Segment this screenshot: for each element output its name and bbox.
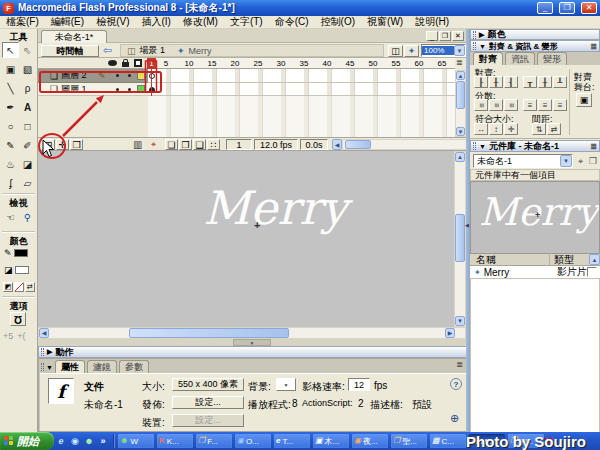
expand-arrow-icon[interactable]: ▶ — [47, 348, 52, 356]
taskbar-button[interactable]: ▦C... — [430, 434, 466, 448]
menu-file[interactable]: 檔案(F) — [0, 15, 45, 29]
library-document-select[interactable]: 未命名-1 ▼ — [473, 154, 573, 168]
paint-bucket-tool-icon[interactable]: ◪ — [19, 156, 36, 172]
publish-settings-button[interactable]: 設定... — [172, 396, 244, 409]
free-transform-tool-icon[interactable]: ▣ — [2, 61, 19, 77]
layer-name[interactable]: 圖層 1 — [61, 83, 87, 96]
taskbar-button[interactable]: ☻W — [118, 434, 154, 448]
tab-info[interactable]: 資訊 — [505, 52, 535, 65]
align-vcenter-button[interactable]: ╂ — [538, 76, 552, 88]
breadcrumb-symbol[interactable]: Merry — [189, 46, 212, 56]
scroll-thumb[interactable] — [456, 81, 465, 109]
device-settings-button[interactable]: 設定... — [172, 414, 244, 427]
text-tool-icon[interactable]: A — [19, 99, 36, 115]
scroll-thumb[interactable] — [129, 328, 289, 338]
edit-symbol-button[interactable]: ✦ — [404, 45, 419, 57]
help-icon[interactable]: ? — [450, 378, 462, 390]
timeline-vscrollbar[interactable]: ▲ ▼ — [455, 70, 466, 137]
stroke-color-control[interactable]: ✎ — [4, 248, 28, 258]
scroll-up-icon[interactable]: ▲ — [455, 152, 465, 162]
scroll-up-icon[interactable]: ▲ — [456, 71, 465, 80]
quicklaunch-messenger-icon[interactable]: ☻ — [82, 436, 96, 446]
brush-tool-icon[interactable]: ✐ — [19, 137, 36, 153]
current-frame-field[interactable]: 1 — [226, 139, 252, 150]
collapse-section-icon[interactable]: ⊕ — [450, 412, 459, 425]
space-vertical-button[interactable]: ⇅ — [532, 123, 546, 135]
stage[interactable]: Merry + — [38, 151, 454, 327]
new-library-panel-icon[interactable]: ❐ — [589, 156, 597, 166]
ink-bottle-tool-icon[interactable]: ♨ — [2, 156, 19, 172]
tab-filters[interactable]: 濾鏡 — [87, 360, 117, 373]
edit-scene-button[interactable]: ◫ — [388, 45, 403, 57]
frame-rate-field[interactable]: 12.0 fps — [254, 139, 298, 150]
fill-color-control[interactable]: ◪ — [4, 265, 29, 275]
scroll-right-icon[interactable]: ▶ — [445, 328, 455, 338]
add-motion-guide-button[interactable]: ✛ — [56, 139, 69, 150]
smooth-option-icon[interactable]: +5 — [3, 331, 13, 341]
scroll-thumb[interactable] — [345, 140, 371, 149]
taskbar-button[interactable]: ▣木... — [313, 434, 349, 448]
subselection-tool-icon[interactable]: ⇖ — [19, 42, 36, 58]
scroll-left-icon[interactable]: ◀ — [39, 328, 49, 338]
start-button[interactable]: 開始 — [0, 432, 54, 450]
insert-layer-button[interactable]: ⊞ — [42, 139, 55, 150]
selection-tool-icon[interactable]: ↖ — [2, 42, 19, 58]
zoom-combobox[interactable]: 100% ▼ — [421, 44, 466, 57]
to-stage-button[interactable]: ▣ — [576, 93, 592, 107]
swap-colors-button[interactable]: ⇄ — [25, 282, 35, 292]
gradient-transform-tool-icon[interactable]: ▧ — [19, 61, 36, 77]
line-tool-icon[interactable]: ╲ — [2, 80, 19, 96]
insert-layer-folder-button[interactable]: ❒ — [70, 139, 83, 150]
collapse-arrow-icon[interactable]: ▼ — [479, 43, 486, 50]
menu-modify[interactable]: 修改(M) — [177, 15, 224, 29]
dropdown-arrow-icon[interactable]: ▼ — [560, 155, 572, 167]
panel-menu-icon[interactable]: ≣ — [590, 142, 597, 151]
scroll-down-icon[interactable]: ▼ — [456, 127, 465, 136]
restore-button[interactable]: ❐ — [559, 2, 575, 14]
collapse-panels-icon[interactable]: ◀ — [465, 222, 469, 228]
align-panel-header[interactable]: ▼ 對齊 & 資訊 & 變形 ≣ — [470, 40, 600, 52]
panel-menu-icon[interactable]: ≣ — [590, 42, 597, 51]
quicklaunch-ie-icon[interactable]: e — [54, 436, 68, 446]
eraser-tool-icon[interactable]: ▱ — [19, 175, 36, 191]
snap-to-objects-button[interactable]: Ω — [10, 312, 26, 326]
panel-gripper[interactable] — [41, 363, 44, 371]
straighten-option-icon[interactable]: +( — [17, 331, 25, 341]
tab-properties[interactable]: 屬性 — [55, 360, 85, 373]
stage-symbol-text[interactable]: Merry — [203, 181, 347, 235]
timeline-ruler[interactable]: 5 10 15 20 25 30 35 40 45 50 55 60 65 — [148, 58, 455, 69]
menu-view[interactable]: 檢視(V) — [90, 15, 135, 29]
taskbar-button[interactable]: ◉夜... — [352, 434, 388, 448]
empty-frames-area[interactable] — [148, 96, 455, 137]
title-bar[interactable]: F Macromedia Flash Professional 8 - [未命名… — [0, 0, 600, 16]
timeline-hscrollbar[interactable] — [342, 139, 482, 150]
panel-gripper[interactable] — [41, 348, 44, 356]
menu-insert[interactable]: 插入(I) — [135, 15, 176, 29]
library-list[interactable]: ▼ — [470, 278, 600, 448]
panel-gripper[interactable] — [473, 142, 476, 150]
align-right-button[interactable]: ┨ — [504, 76, 518, 88]
align-bottom-button[interactable]: ┸ — [553, 76, 567, 88]
zoom-dropdown-arrow-icon[interactable]: ▼ — [454, 45, 465, 56]
library-item-name[interactable]: Merry — [481, 267, 553, 278]
empty-keyframe-marker[interactable] — [149, 73, 155, 79]
library-panel-header[interactable]: ▼ 元件庫 - 未命名-1 ≣ — [470, 140, 600, 152]
close-button[interactable]: ✕ — [581, 2, 597, 14]
framerate-field[interactable]: 12 — [348, 378, 370, 391]
column-name[interactable]: 名稱 — [470, 253, 550, 267]
layer-name[interactable]: 圖層 2 — [61, 69, 87, 82]
minimize-button[interactable]: _ — [537, 2, 553, 14]
distribute-right-button[interactable]: ≡ — [553, 99, 567, 111]
panel-splitter[interactable]: ▼ — [38, 339, 468, 346]
tab-align[interactable]: 對齊 — [473, 52, 503, 65]
layer-lock-dot[interactable] — [128, 74, 131, 77]
collapse-arrow-icon[interactable]: ▼ — [46, 364, 53, 371]
outline-layers-icon[interactable] — [134, 59, 142, 67]
onion-skin-outlines-button[interactable]: ❐ — [179, 139, 192, 150]
panel-gripper[interactable] — [473, 42, 476, 50]
distribute-vcenter-button[interactable]: ≡ — [489, 99, 503, 111]
layer-1-frames[interactable] — [148, 83, 455, 96]
scroll-up-icon[interactable]: ▲ — [589, 254, 600, 265]
library-pin-icon[interactable]: ⌖ — [578, 156, 583, 167]
taskbar-button[interactable]: ❒F... — [196, 434, 232, 448]
